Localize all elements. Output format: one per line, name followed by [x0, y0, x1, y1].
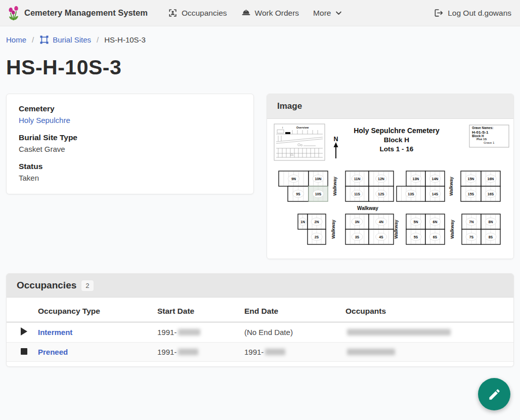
walkway-label: Walkway	[357, 205, 378, 211]
cemetery-link[interactable]: Holy Sepulchre	[19, 116, 70, 124]
map-plot-15n: 15N	[461, 171, 481, 186]
occupancies-table: Occupancy Type Start Date End Date Occup…	[7, 298, 513, 362]
nav-occupancies[interactable]: Occupancies	[168, 8, 227, 18]
map-plot-4n: 4N	[369, 214, 394, 229]
breadcrumb-home-link[interactable]: Home	[6, 35, 26, 44]
end-date-value: 1991-	[244, 348, 264, 356]
map-plot-7s: 7S	[462, 229, 481, 244]
field-cemetery: Cemetery Holy Sepulchre	[19, 104, 241, 124]
column-header-icon	[7, 298, 38, 322]
map-plot-14s: 14S	[425, 186, 445, 201]
svg-text:9N: 9N	[291, 177, 296, 181]
map-plot-9n: 9N	[279, 171, 309, 186]
walkway-label: Walkway	[450, 220, 455, 239]
walkway-label: Walkway	[394, 220, 399, 239]
svg-text:11N: 11N	[354, 177, 360, 181]
walkway-label: Walkway	[332, 177, 337, 196]
svg-text:13S: 13S	[408, 192, 414, 196]
svg-text:8S: 8S	[489, 235, 493, 239]
app-title: Cemetery Management System	[24, 8, 148, 18]
redacted-text	[265, 349, 285, 355]
svg-text:6N: 6N	[433, 220, 438, 224]
map-plot-6n: 6N	[425, 214, 445, 229]
map-plot-8n: 8N	[481, 214, 500, 229]
edit-fab-button[interactable]	[478, 378, 510, 410]
svg-text:13N: 13N	[413, 177, 419, 181]
pencil-icon	[488, 388, 501, 401]
map-plot-10s: 10S	[309, 186, 328, 201]
column-header-occupants: Occupants	[345, 298, 513, 322]
map-plot-9s: 9S	[288, 186, 309, 201]
map-plot-16s: 16S	[481, 186, 500, 201]
breadcrumb-burial-sites-link[interactable]: Burial Sites	[39, 35, 91, 45]
field-label: Status	[19, 162, 241, 171]
occupancy-type-link[interactable]: Preneed	[38, 348, 68, 356]
map-plot-15s: 15S	[461, 186, 481, 201]
breadcrumb: Home / Burial Sites / HS-H-10S-3	[6, 32, 514, 47]
occupancies-card: Occupancies 2 Occupancy Type Start Date …	[6, 273, 514, 367]
map-title: Holy Sepulchre Cemetery Block H Lots 1 -…	[354, 127, 440, 153]
svg-text:16S: 16S	[488, 192, 494, 196]
map-plot-6s: 6S	[425, 229, 445, 244]
occupancy-frame-icon	[168, 8, 178, 18]
breadcrumb-separator: /	[97, 35, 99, 44]
map-plot-1n: 1N	[298, 214, 308, 229]
column-header-end-date: End Date	[244, 298, 345, 322]
map-plot-2n: 2N	[308, 214, 326, 229]
map-plot-12n: 12N	[369, 171, 394, 186]
svg-text:3S: 3S	[355, 235, 360, 239]
page-title: HS-H-10S-3	[6, 55, 514, 80]
nav-more[interactable]: More	[313, 9, 342, 18]
svg-text:12S: 12S	[378, 192, 384, 196]
image-card: Image Overview i	[267, 94, 514, 259]
field-label: Cemetery	[19, 104, 241, 113]
svg-text:6S: 6S	[433, 235, 438, 239]
svg-text:Holy Sepulchre Cemetery: Holy Sepulchre Cemetery	[354, 127, 440, 135]
svg-text:14N: 14N	[432, 177, 439, 181]
map-plot-5s: 5S	[406, 229, 425, 244]
nav-work-orders[interactable]: Work Orders	[241, 8, 299, 18]
cemetery-map-image: Overview i	[267, 119, 514, 257]
overview-current-block-marker	[285, 132, 290, 134]
svg-text:7N: 7N	[469, 220, 474, 224]
status-value: Taken	[19, 174, 241, 182]
walkway-label: Walkway	[331, 220, 336, 239]
map-plot-11s: 11S	[345, 186, 369, 201]
top-navbar: Cemetery Management System Occupancies W…	[0, 0, 520, 26]
occupancies-header: Occupancies 2	[7, 274, 513, 298]
map-plot-2s: 2S	[308, 229, 326, 244]
map-plots-layer: 9N10N9S10S11N12N11S12S13N14N13S14S15N16N…	[279, 171, 500, 244]
column-header-start-date: Start Date	[157, 298, 244, 322]
svg-text:1N: 1N	[300, 220, 305, 224]
play-icon	[21, 327, 27, 335]
field-burial-site-type: Burial Site Type Casket Grave	[19, 133, 241, 153]
svg-text:Block H: Block H	[384, 136, 409, 144]
svg-text:Grave Names:: Grave Names:	[472, 126, 493, 130]
map-plot-11n: 11N	[345, 171, 369, 186]
field-status: Status Taken	[19, 162, 241, 182]
svg-text:12N: 12N	[378, 177, 384, 181]
occupancy-type-link[interactable]: Interment	[38, 328, 72, 337]
svg-text:14S: 14S	[432, 192, 439, 196]
svg-text:10N: 10N	[315, 177, 322, 181]
svg-text:2S: 2S	[315, 235, 319, 239]
burial-site-frame-icon	[39, 35, 49, 45]
svg-text:Lots 1 - 16: Lots 1 - 16	[380, 145, 414, 153]
start-date-value: 1991-	[157, 348, 177, 356]
start-date-value: 1991-	[157, 328, 177, 337]
app-brand[interactable]: Cemetery Management System	[8, 6, 148, 21]
map-plot-14n: 14N	[425, 171, 445, 186]
svg-text:15S: 15S	[468, 192, 474, 196]
walkway-label: Walkway	[449, 177, 454, 196]
svg-text:9S: 9S	[296, 192, 300, 196]
svg-text:8N: 8N	[489, 220, 493, 224]
svg-text:N: N	[333, 136, 338, 143]
tulip-logo-icon	[8, 6, 20, 21]
nav-logout[interactable]: Log Out d.gowans	[434, 8, 511, 18]
svg-text:11S: 11S	[354, 192, 360, 196]
table-row-preneed: Preneed 1991- 1991-	[7, 343, 513, 362]
logout-icon	[434, 8, 444, 18]
svg-text:Block H: Block H	[472, 134, 484, 138]
redacted-text	[178, 349, 198, 355]
svg-text:4N: 4N	[379, 220, 383, 224]
